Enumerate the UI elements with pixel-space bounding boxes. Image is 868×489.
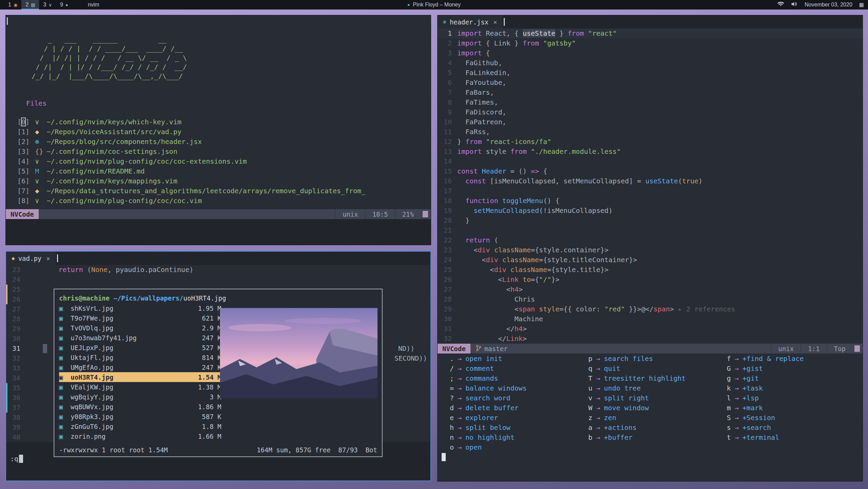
file-name: shKsVrL.jpg xyxy=(71,305,185,312)
workspace-3[interactable]: 3∨ xyxy=(39,0,56,10)
statusline: NVCode unix 10:5 21% xyxy=(6,209,431,219)
whichkey-item[interactable]: ?→search word xyxy=(446,393,585,403)
whichkey-item[interactable]: d→delete buffer xyxy=(446,403,585,413)
python-icon: ◆ xyxy=(12,255,15,261)
tab-header-jsx[interactable]: ⊛ header.jsx × xyxy=(438,15,502,29)
workspace-2[interactable]: 2▤ xyxy=(21,0,39,10)
line-number: 24 xyxy=(6,275,26,285)
whichkey-item[interactable]: a→+actions xyxy=(585,422,723,432)
file-row[interactable]: ▣zorin.png1.66 M xyxy=(59,431,221,441)
file-row[interactable]: ▣zGnGuT6.jpg1.8 M xyxy=(59,421,221,431)
whichkey-item[interactable]: m→+mark xyxy=(723,403,863,413)
whichkey-item[interactable]: f→+find & replace xyxy=(723,354,863,363)
whichkey-item[interactable]: v→split right xyxy=(585,393,723,403)
recent-file-item[interactable]: [2]⊛~/Repos/blog/src/components/header.j… xyxy=(17,137,431,146)
volume-icon xyxy=(791,1,798,8)
close-icon[interactable]: × xyxy=(46,255,50,262)
tab-label: vad.py xyxy=(18,255,42,262)
disk-usage: 164M sum, 857G free 87/93 Bot xyxy=(257,446,377,454)
line-number: 2 xyxy=(438,38,457,48)
whichkey-item[interactable]: =→balance windows xyxy=(446,383,585,393)
file-size: 1.95 M xyxy=(189,305,221,312)
whichkey-column-2: p→search filesq→quitT→treesitter highlig… xyxy=(585,354,723,452)
code-line-23: 23 <div className={style.container}> xyxy=(438,245,863,255)
image-icon: ▣ xyxy=(59,393,67,401)
date-label: November 03, 2020 xyxy=(805,2,852,8)
recent-file-item[interactable]: [0]∨~/.config/nvim/keys/which-key.vim xyxy=(17,117,431,127)
whichkey-item[interactable]: b→+buffer xyxy=(585,432,723,442)
code-line-22: 22 return ( xyxy=(438,235,863,245)
mode-indicator: NVCode xyxy=(438,344,470,354)
code-line-7: 7 FaBars, xyxy=(438,88,863,97)
file-size: 1.66 M xyxy=(189,433,221,440)
whichkey-key: u xyxy=(585,384,592,392)
layout-grid-icon[interactable]: ▦ xyxy=(859,2,864,8)
file-row[interactable]: ▣VEaljKW.jpg1.38 M xyxy=(59,382,221,392)
file-row[interactable]: ▣wgBqiyY.jpg3 M xyxy=(59,392,221,402)
whichkey-item[interactable]: q→quit xyxy=(585,363,723,373)
whichkey-item[interactable]: /→comment xyxy=(446,363,585,373)
whichkey-key: q xyxy=(585,364,592,373)
line-number: 25 xyxy=(438,265,457,275)
whichkey-item[interactable]: ;→commands xyxy=(446,373,585,383)
whichkey-item[interactable]: G→+gist xyxy=(723,363,863,373)
now-playing[interactable]: ● Pink Floyd – Money xyxy=(407,2,461,8)
file-row[interactable]: ▣TvOVDlq.jpg2.9 M xyxy=(59,323,221,333)
whichkey-item[interactable]: .→open init xyxy=(446,354,585,363)
whichkey-item[interactable]: z→zen xyxy=(585,413,723,422)
whichkey-item[interactable]: t→+terminal xyxy=(723,432,863,442)
tab-vad-py[interactable]: ◆ vad.py × xyxy=(6,252,56,265)
whichkey-key: ; xyxy=(446,374,454,382)
whichkey-item[interactable]: h→split below xyxy=(446,422,585,432)
file-row[interactable]: ▣u7o3nwab7fy41.jpg247 K xyxy=(59,333,221,343)
whichkey-label: open xyxy=(465,443,482,451)
whichkey-key: . xyxy=(446,355,454,363)
recent-file-item[interactable]: [8]∨~/.config/nvim/plug-config/coc/coc.v… xyxy=(17,196,431,205)
whichkey-item[interactable]: S→+Session xyxy=(723,413,863,422)
workspace-1[interactable]: 1◉ xyxy=(4,0,21,10)
close-icon[interactable]: × xyxy=(493,18,497,26)
recent-file-item[interactable]: [4]∨~/.config/nvim/plug-config/coc/coc-e… xyxy=(17,156,431,166)
line-number: 12 xyxy=(438,137,457,147)
whichkey-item[interactable]: e→explorer xyxy=(446,413,585,422)
line-number: 7 xyxy=(438,88,457,97)
whichkey-item[interactable]: g→+git xyxy=(723,373,863,383)
workspace-9[interactable]: 9● xyxy=(56,0,72,10)
arrow-icon: → xyxy=(592,394,604,402)
user-host: chris@machine xyxy=(59,294,110,302)
recent-file-item[interactable]: [5]M~/.config/nvim/README.md xyxy=(17,166,431,176)
whichkey-item[interactable]: p→search files xyxy=(585,354,723,363)
recent-file-item[interactable]: [1]◆~/Repos/VoiceAssistant/src/vad.py xyxy=(17,127,431,137)
recent-file-item[interactable]: [7]◆~/Repos/data_structures_and_algorith… xyxy=(17,186,431,196)
file-row[interactable]: ▣shKsVrL.jpg1.95 M xyxy=(59,303,221,313)
file-row[interactable]: ▣UMgEfAo.jpg247 K xyxy=(59,362,221,372)
command-line[interactable] xyxy=(438,452,863,462)
file-row[interactable]: ▣y08Rpk3.jpg587 K xyxy=(59,412,221,421)
line-number: 39 xyxy=(6,422,26,432)
whichkey-item[interactable]: W→move window xyxy=(585,403,723,413)
file-path: ~/Repos/blog/src/components/header.jsx xyxy=(47,138,202,146)
whichkey-item[interactable]: l→+lsp xyxy=(723,393,863,403)
file-row[interactable]: ▣wqBUWVx.jpg1.86 M xyxy=(59,402,221,412)
image-icon: ▣ xyxy=(59,344,67,351)
whichkey-item[interactable]: u→undo tree xyxy=(585,383,723,393)
file-row[interactable]: ▣T9o7FWe.jpg621 K xyxy=(59,313,221,323)
line-number: 25 xyxy=(6,285,26,294)
whichkey-item[interactable]: s→+search xyxy=(723,422,863,432)
code-area[interactable]: 1import React, { useState } from "react"… xyxy=(438,29,863,344)
recent-file-item[interactable]: [6]∨~/.config/nvim/keys/mappings.vim xyxy=(17,176,431,186)
file-row[interactable]: ▣UEJLpxP.jpg527 K xyxy=(59,343,221,352)
whichkey-item[interactable]: n→no highlight xyxy=(446,432,585,442)
whichkey-item[interactable]: k→+task xyxy=(723,383,863,393)
file-path: ~/.config/nvim/keys/which-key.vim xyxy=(47,118,181,126)
file-path: ~/Repos/VoiceAssistant/src/vad.py xyxy=(47,128,181,136)
file-size: 814 K xyxy=(189,354,221,361)
whichkey-item[interactable]: T→treesitter highlight xyxy=(585,373,723,383)
arrow-icon: → xyxy=(731,394,742,402)
file-row[interactable]: ▣uoH3RT4.jpg1.54 M xyxy=(59,372,221,382)
file-row[interactable]: ▣UktajFl.jpg814 K xyxy=(59,352,221,362)
recent-file-item[interactable]: [3]{}~/.config/nvim/coc-settings.json xyxy=(17,146,431,156)
file-permissions: -rwxrwxrwx 1 root root 1.54M xyxy=(59,446,168,454)
whichkey-item[interactable]: o→open xyxy=(446,442,585,452)
code-line-14: 14 xyxy=(438,157,863,166)
